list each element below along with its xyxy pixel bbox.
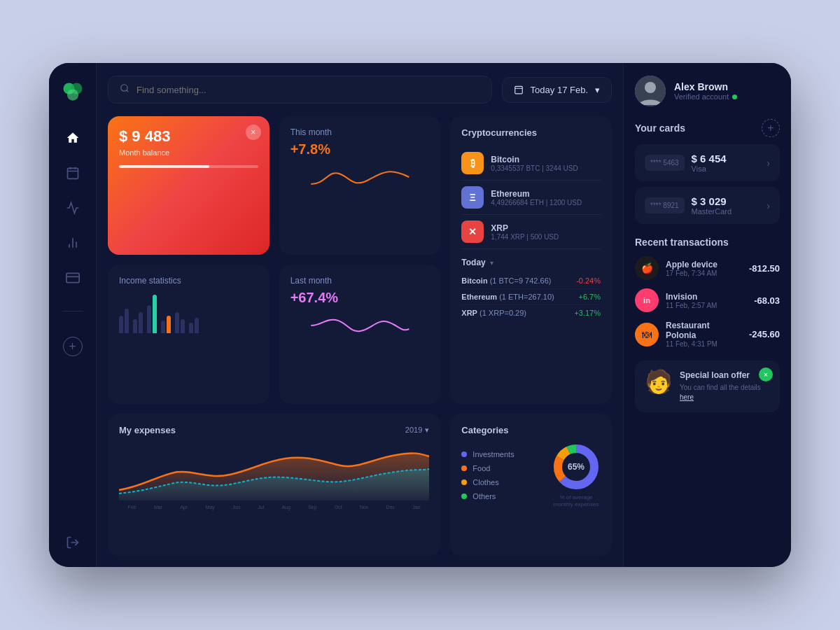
today-bitcoin-change: -0.24%: [576, 276, 601, 285]
transaction-apple: 🍎 Apple device 17 Feb, 7:34 AM -812.50: [635, 256, 780, 280]
balance-progress-bar: [119, 165, 258, 168]
sidebar-item-home[interactable]: [65, 130, 80, 146]
today-xrp: XRP (1 XRP=0.29) +3.17%: [461, 305, 601, 321]
sidebar-item-activity[interactable]: [65, 200, 80, 216]
your-cards-header: Your cards +: [635, 119, 780, 137]
svg-rect-15: [514, 86, 522, 93]
crypto-xrp: ✕ XRP 1,744 XRP | 500 USD: [461, 215, 601, 249]
card-details-mc: $ 3 029 MasterCard: [692, 195, 760, 216]
card-details-visa: $ 6 454 Visa: [692, 153, 760, 173]
card-chevron-visa: ›: [766, 158, 770, 169]
today-xrp-change: +3.17%: [574, 309, 601, 317]
svg-point-13: [121, 85, 127, 91]
sidebar-add-button[interactable]: +: [63, 337, 83, 356]
user-status: Verified account: [674, 92, 780, 101]
my-expenses-card: My expenses 2019 ▾: [108, 414, 440, 556]
today-ethereum-change: +6.7%: [579, 293, 601, 301]
today-ethereum-label: Ethereum (1 ETH=267.10): [461, 293, 554, 301]
others-label: Others: [472, 492, 496, 500]
card-chip-visa: **** 5463: [645, 155, 685, 171]
sidebar-item-calendar[interactable]: [65, 165, 80, 181]
expenses-year[interactable]: 2019 ▾: [405, 426, 429, 435]
svg-rect-3: [67, 168, 78, 178]
cards-list: **** 5463 $ 6 454 Visa › **** 8921 $ 3 0…: [635, 144, 780, 224]
today-bitcoin-label: Bitcoin (1 BTC=9 742.66): [461, 276, 551, 285]
svg-line-14: [127, 90, 129, 92]
last-month-card: Last month +67.4%: [279, 265, 441, 403]
categories-list: Investments Food Clothes Others: [461, 450, 543, 500]
date-label: Today 17 Feb.: [531, 85, 588, 95]
xrp-name: XRP: [491, 223, 601, 233]
balance-card: × $ 9 483 Month balance: [108, 116, 270, 255]
invision-transaction-date: 11 Feb, 2:57 AM: [666, 302, 747, 309]
bitcoin-icon: ₿: [461, 152, 484, 174]
sidebar-item-logout[interactable]: [65, 535, 80, 550]
donut-sub-label: % of averagemonthly expenses: [554, 494, 598, 509]
apple-transaction-icon: 🍎: [635, 256, 659, 280]
bitcoin-name: Bitcoin: [491, 155, 601, 164]
search-bar[interactable]: [108, 76, 492, 104]
sidebar-divider: [62, 311, 83, 312]
svg-point-23: [645, 82, 656, 93]
loan-offer-close-button[interactable]: ×: [759, 368, 773, 382]
restaurant-transaction-amount: -245.60: [749, 329, 780, 340]
invision-transaction-info: Invision 11 Feb, 2:57 AM: [666, 292, 747, 309]
last-month-title: Last month: [290, 276, 430, 286]
user-name: Alex Brown: [674, 81, 780, 92]
loan-offer-link[interactable]: here: [680, 393, 694, 401]
card-visa[interactable]: **** 5463 $ 6 454 Visa ›: [635, 144, 780, 181]
invision-transaction-icon: in: [635, 288, 659, 312]
restaurant-transaction-icon: 🍽: [635, 323, 659, 346]
crypto-ethereum: Ξ Ethereum 4,49266684 ETH | 1200 USD: [461, 181, 601, 215]
sidebar-item-chart[interactable]: [65, 235, 80, 251]
add-card-button[interactable]: +: [762, 119, 780, 137]
balance-label: Month balance: [119, 148, 258, 157]
investments-label: Investments: [472, 450, 514, 458]
invision-transaction-name: Invision: [666, 292, 747, 302]
search-icon: [120, 83, 130, 96]
this-month-title: This month: [290, 127, 430, 137]
card-type-visa: Visa: [692, 164, 760, 173]
category-clothes: Clothes: [461, 478, 543, 486]
recent-transactions-title: Recent transactions: [635, 237, 780, 248]
card-chip-mc: **** 8921: [645, 197, 685, 214]
loan-figure: 🧑: [645, 370, 673, 393]
date-picker[interactable]: Today 17 Feb. ▾: [502, 77, 612, 103]
ethereum-icon: Ξ: [461, 186, 484, 209]
donut-percent: 65%: [568, 462, 584, 472]
xrp-detail: 1,744 XRP | 500 USD: [491, 233, 601, 241]
category-others: Others: [461, 492, 543, 500]
others-dot: [461, 493, 467, 499]
your-cards-section: Your cards + **** 5463 $ 6 454 Visa › **…: [635, 119, 780, 224]
this-month-wave-chart: [290, 163, 430, 191]
user-info: Alex Brown Verified account: [674, 81, 780, 101]
card-type-mc: MasterCard: [692, 207, 760, 216]
your-cards-title: Your cards: [635, 122, 685, 134]
category-investments: Investments: [461, 450, 543, 458]
food-dot: [461, 465, 467, 471]
this-month-value: +7.8%: [290, 141, 430, 158]
income-bar-chart: [119, 291, 258, 333]
today-xrp-label: XRP (1 XRP=0.29): [461, 309, 526, 317]
expenses-title: My expenses: [119, 425, 176, 435]
invision-transaction-amount: -68.03: [754, 295, 780, 306]
right-panel: Alex Brown Verified account Your cards +…: [623, 63, 791, 567]
transactions-list: 🍎 Apple device 17 Feb, 7:34 AM -812.50 i…: [635, 256, 780, 348]
this-month-card: This month +7.8%: [279, 116, 441, 255]
card-chevron-mc: ›: [766, 200, 770, 211]
today-section: Today ▾ Bitcoin (1 BTC=9 742.66) -0.24% …: [461, 258, 601, 321]
clothes-label: Clothes: [472, 478, 498, 486]
card-mastercard[interactable]: **** 8921 $ 3 029 MasterCard ›: [635, 187, 780, 224]
transaction-invision: in Invision 11 Feb, 2:57 AM -68.03: [635, 288, 780, 312]
recent-transactions-section: Recent transactions 🍎 Apple device 17 Fe…: [635, 237, 780, 348]
sidebar-nav: +: [62, 130, 83, 535]
crypto-title: Cryptocurrencies: [461, 127, 601, 138]
today-ethereum: Ethereum (1 ETH=267.10) +6.7%: [461, 289, 601, 305]
apple-transaction-info: Apple device 17 Feb, 7:34 AM: [666, 260, 742, 277]
search-input[interactable]: [136, 85, 480, 95]
card-amount-visa: $ 6 454: [692, 153, 760, 164]
restaurant-transaction-info: Restaurant Polonia 11 Feb, 4:31 PM: [666, 321, 742, 348]
transaction-restaurant: 🍽 Restaurant Polonia 11 Feb, 4:31 PM -24…: [635, 321, 780, 348]
sidebar-item-card[interactable]: [65, 270, 80, 286]
balance-close-button[interactable]: ×: [246, 125, 261, 140]
